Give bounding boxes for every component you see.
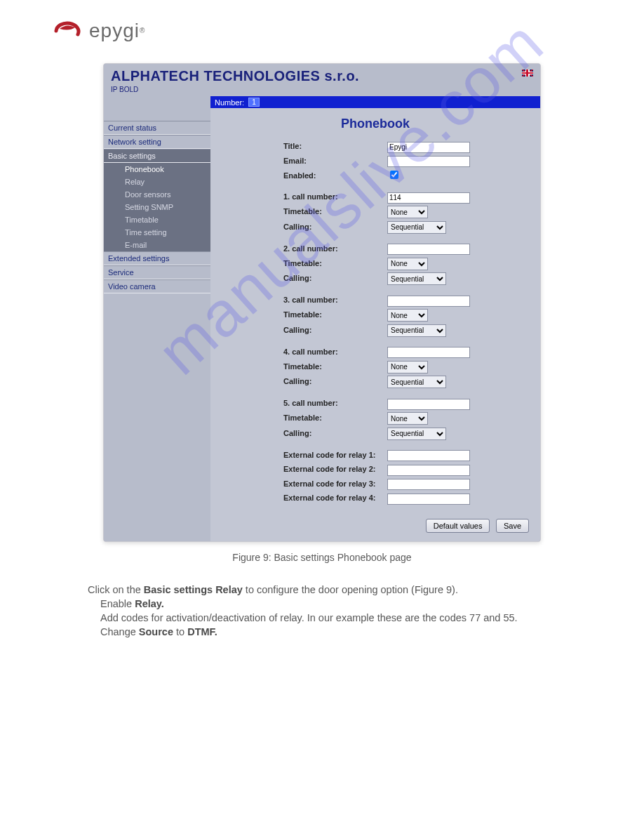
ext-relay3-input[interactable]	[387, 479, 470, 490]
call3-tt-label: Timetable:	[219, 310, 387, 319]
app-title: ALPHATECH TECHNOLOGIES s.r.o.	[111, 68, 533, 84]
doc-l2a: Enable	[100, 598, 135, 609]
call2-tt-select[interactable]: None	[387, 258, 428, 270]
number-bar: Number: 1	[210, 96, 540, 108]
content-panel: Phonebook Title: Email: Enabled:	[210, 108, 540, 541]
call5-tt-label: Timetable:	[219, 413, 387, 422]
doc-l2b: Relay.	[135, 598, 164, 609]
call2-num-input[interactable]	[387, 244, 470, 255]
sidebar-sub-phonebook[interactable]: Phonebook	[104, 163, 210, 176]
enabled-checkbox[interactable]	[390, 171, 398, 179]
number-bar-value[interactable]: 1	[248, 98, 260, 107]
sidebar-item-video-camera[interactable]: Video camera	[104, 279, 210, 293]
content-heading: Phonebook	[219, 117, 532, 131]
call2-tt-label: Timetable:	[219, 259, 387, 267]
doc-l1b: Basic settings Relay	[144, 584, 243, 595]
app-header: ALPHATECH TECHNOLOGIES s.r.o. IP BOLD	[104, 64, 540, 96]
call2-num-label: 2. call number:	[219, 244, 387, 253]
ext-relay3-label: External code for relay 3:	[219, 479, 387, 488]
ext-relay4-input[interactable]	[387, 494, 470, 505]
doc-l3: Add codes for activation/deactivation of…	[100, 611, 556, 625]
call3-num-input[interactable]	[387, 296, 470, 307]
app-subtitle: IP BOLD	[111, 86, 533, 93]
number-bar-label: Number:	[215, 98, 244, 107]
app-screenshot: ALPHATECH TECHNOLOGIES s.r.o. IP BOLD Cu…	[103, 63, 541, 542]
call4-num-label: 4. call number:	[219, 348, 387, 356]
ext-relay2-label: External code for relay 2:	[219, 465, 387, 473]
sidebar: Current status Network setting Basic set…	[104, 96, 210, 541]
sidebar-item-network-setting[interactable]: Network setting	[104, 135, 210, 149]
call1-call-select[interactable]: Sequential	[387, 221, 446, 234]
call3-call-select[interactable]: Sequential	[387, 324, 446, 337]
call3-num-label: 3. call number:	[219, 296, 387, 304]
doc-l4a: Change	[100, 626, 139, 637]
logo-mark-icon	[53, 20, 82, 41]
call3-tt-select[interactable]: None	[387, 309, 428, 322]
doc-text: Click on the Basic settings Relay to con…	[88, 583, 556, 640]
call1-tt-select[interactable]: None	[387, 206, 428, 218]
call2-call-select[interactable]: Sequential	[387, 272, 446, 285]
call1-num-label: 1. call number:	[219, 192, 387, 201]
call4-tt-select[interactable]: None	[387, 361, 428, 373]
logo-text: epygi	[89, 20, 140, 41]
call1-num-input[interactable]	[387, 192, 470, 204]
call4-call-select[interactable]: Sequential	[387, 376, 446, 388]
sidebar-sub-setting-snmp[interactable]: Setting SNMP	[104, 201, 210, 213]
email-label: Email:	[219, 157, 387, 165]
sidebar-item-extended-settings[interactable]: Extended settings	[104, 251, 210, 265]
ext-relay4-label: External code for relay 4:	[219, 494, 387, 502]
call1-tt-label: Timetable:	[219, 207, 387, 216]
sidebar-sub-timetable[interactable]: Timetable	[104, 213, 210, 226]
call5-call-label: Calling:	[219, 429, 387, 437]
call4-tt-label: Timetable:	[219, 362, 387, 371]
call4-num-input[interactable]	[387, 347, 470, 358]
enabled-label: Enabled:	[219, 171, 387, 180]
sidebar-sub-email[interactable]: E-mail	[104, 239, 210, 251]
brand-logo: epygi®	[53, 20, 591, 42]
doc-l4d: DTMF.	[187, 626, 217, 637]
doc-l1c: to configure the door opening option (Fi…	[243, 584, 458, 595]
flag-uk-icon[interactable]	[522, 70, 533, 77]
save-button[interactable]: Save	[496, 519, 529, 533]
sidebar-sub-relay[interactable]: Relay	[104, 176, 210, 188]
doc-l4c: to	[173, 626, 187, 637]
logo-reg: ®	[140, 27, 145, 34]
sidebar-item-service[interactable]: Service	[104, 265, 210, 279]
doc-l1a: Click on the	[88, 584, 144, 595]
ext-relay2-input[interactable]	[387, 465, 470, 476]
call4-call-label: Calling:	[219, 377, 387, 385]
call1-call-label: Calling:	[219, 223, 387, 231]
figure-caption: Figure 9: Basic settings Phonebook page	[53, 552, 591, 563]
ext-relay1-label: External code for relay 1:	[219, 451, 387, 459]
call5-tt-select[interactable]: None	[387, 412, 428, 425]
sidebar-item-current-status[interactable]: Current status	[104, 121, 210, 135]
call2-call-label: Calling:	[219, 274, 387, 282]
title-label: Title:	[219, 142, 387, 150]
sidebar-item-basic-settings[interactable]: Basic settings	[104, 149, 210, 163]
sidebar-sub-time-setting[interactable]: Time setting	[104, 226, 210, 239]
doc-l4b: Source	[139, 626, 173, 637]
email-input[interactable]	[387, 156, 470, 167]
sidebar-sub-door-sensors[interactable]: Door sensors	[104, 188, 210, 201]
call3-call-label: Calling:	[219, 326, 387, 334]
default-values-button[interactable]: Default values	[426, 519, 490, 533]
call5-num-label: 5. call number:	[219, 399, 387, 407]
title-input[interactable]	[387, 142, 470, 153]
call5-num-input[interactable]	[387, 399, 470, 410]
call5-call-select[interactable]: Sequential	[387, 428, 446, 440]
ext-relay1-input[interactable]	[387, 450, 470, 461]
main-area: Number: 1 Phonebook Title: Email: Enable…	[210, 96, 540, 541]
